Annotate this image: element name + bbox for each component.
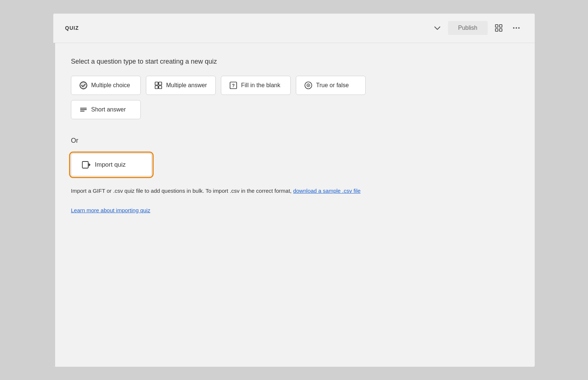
main-content: Select a question type to start creating…: [53, 43, 535, 228]
fullscreen-icon: [494, 24, 503, 32]
short-answer-button[interactable]: Short answer: [71, 100, 141, 119]
fill-in-blank-icon: ?: [229, 81, 237, 89]
svg-point-5: [516, 27, 517, 29]
import-quiz-label: Import quiz: [95, 161, 126, 168]
section-title: Select a question type to start creating…: [71, 58, 517, 65]
svg-rect-3: [499, 29, 502, 31]
svg-rect-0: [495, 25, 498, 27]
quiz-container: QUIZ Publish: [53, 14, 535, 367]
svg-rect-2: [495, 29, 498, 31]
import-quiz-icon: [82, 160, 90, 169]
fill-in-blank-button[interactable]: ? Fill in the blank: [221, 76, 291, 95]
or-text: Or: [71, 137, 517, 145]
multiple-answer-button[interactable]: Multiple answer: [146, 76, 216, 95]
more-options-button[interactable]: [510, 21, 523, 35]
import-description-text: Import a GIFT or .csv quiz file to add q…: [71, 188, 293, 194]
header: QUIZ Publish: [53, 14, 535, 43]
publish-button[interactable]: Publish: [448, 21, 488, 35]
svg-rect-1: [499, 25, 502, 27]
chevron-down-icon: [433, 24, 441, 32]
svg-rect-23: [82, 161, 88, 168]
svg-rect-11: [155, 86, 158, 89]
svg-text:?: ?: [232, 83, 234, 88]
short-answer-icon: [79, 106, 87, 114]
svg-point-19: [308, 85, 309, 86]
question-types-row2: Short answer: [71, 100, 517, 119]
svg-point-8: [80, 82, 87, 89]
fill-in-blank-label: Fill in the blank: [241, 82, 280, 89]
header-left: QUIZ: [65, 25, 79, 31]
true-or-false-icon: [304, 81, 312, 89]
svg-rect-9: [155, 82, 158, 85]
multiple-choice-icon: [79, 81, 87, 89]
svg-rect-12: [159, 86, 162, 89]
multiple-answer-icon: [154, 81, 162, 89]
header-right: Publish: [431, 21, 523, 35]
true-or-false-label: True or false: [316, 82, 349, 89]
multiple-choice-label: Multiple choice: [91, 82, 130, 89]
download-csv-link[interactable]: download a sample .csv file: [293, 188, 361, 194]
question-types-row1: Multiple choice Multiple answer: [71, 76, 517, 95]
multiple-answer-label: Multiple answer: [166, 82, 207, 89]
more-options-icon: [512, 24, 521, 32]
fullscreen-button[interactable]: [492, 21, 505, 35]
import-description: Import a GIFT or .csv quiz file to add q…: [71, 187, 475, 195]
page-title: QUIZ: [65, 25, 79, 31]
svg-point-6: [518, 27, 520, 29]
short-answer-label: Short answer: [91, 106, 126, 113]
import-quiz-button[interactable]: Import quiz: [71, 153, 152, 176]
svg-point-4: [513, 27, 514, 29]
multiple-choice-button[interactable]: Multiple choice: [71, 76, 141, 95]
true-or-false-button[interactable]: True or false: [296, 76, 366, 95]
svg-rect-10: [159, 82, 162, 85]
chevron-down-button[interactable]: [431, 22, 444, 34]
left-accent-bar: [53, 43, 55, 367]
learn-more-link[interactable]: Learn more about importing quiz: [71, 207, 150, 213]
